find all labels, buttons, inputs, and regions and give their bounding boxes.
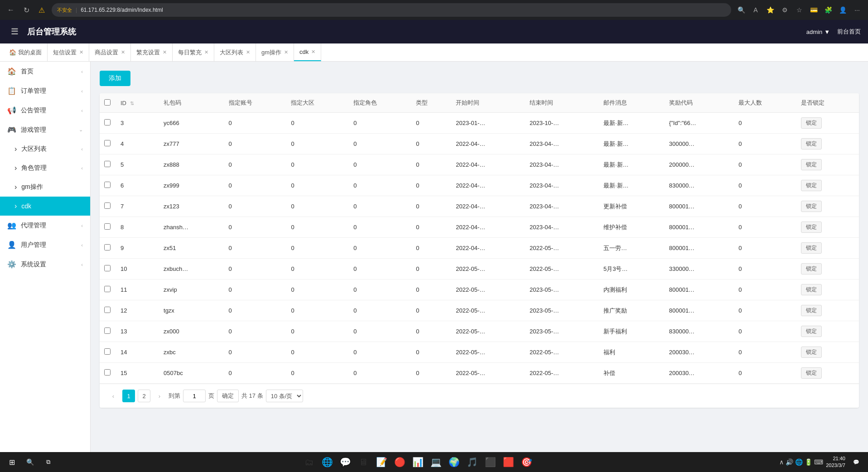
row-checkbox-cell[interactable] [100, 238, 116, 259]
tab-cdk[interactable]: cdk ✕ [294, 43, 321, 61]
select-all-checkbox[interactable] [104, 99, 111, 106]
page-1-button[interactable]: 1 [122, 390, 135, 402]
sidebar-item-games[interactable]: 🎮 游戏管理 ⌄ [0, 120, 90, 140]
add-button[interactable]: 添加 [100, 71, 130, 86]
search-taskbar-button[interactable]: 🔍 [22, 454, 38, 470]
taskbar-app-app10[interactable]: 🎯 [518, 454, 535, 470]
row-checkbox[interactable] [104, 161, 111, 167]
cell-lock[interactable]: 锁定 [796, 113, 859, 134]
address-bar[interactable]: 不安全 | 61.171.65.229:8/admin/Index.html [52, 3, 731, 17]
tab-daily[interactable]: 每日繁充 ✕ [173, 43, 214, 61]
refresh-button[interactable]: ↻ [20, 4, 33, 16]
front-home-button[interactable]: 前台首页 [837, 28, 861, 36]
row-checkbox-cell[interactable] [100, 363, 116, 384]
lock-button[interactable]: 锁定 [801, 284, 822, 295]
tab-region-close[interactable]: ✕ [246, 49, 250, 55]
row-checkbox-cell[interactable] [100, 175, 116, 196]
row-checkbox-cell[interactable] [100, 342, 116, 363]
row-checkbox[interactable] [104, 265, 111, 271]
taskbar-app-edge[interactable]: 🌐 [319, 454, 335, 470]
taskbar-app-app9[interactable]: 🟥 [500, 454, 516, 470]
row-checkbox[interactable] [104, 348, 111, 355]
row-checkbox[interactable] [104, 182, 111, 188]
lock-button[interactable]: 锁定 [801, 180, 822, 191]
cell-lock[interactable]: 锁定 [796, 217, 859, 238]
tab-region[interactable]: 大区列表 ✕ [214, 43, 256, 61]
sidebar-item-settings[interactable]: ⚙️ 系统设置 ‹ [0, 255, 90, 274]
sidebar-item-region-list[interactable]: › 大区列表 ‹ [0, 140, 90, 159]
row-checkbox[interactable] [104, 307, 111, 313]
tab-gm[interactable]: gm操作 ✕ [256, 43, 294, 61]
row-checkbox-cell[interactable] [100, 134, 116, 154]
notification-button[interactable]: 💬 [848, 454, 864, 470]
tab-recharge[interactable]: 繁充设置 ✕ [131, 43, 173, 61]
taskbar-app-app4[interactable]: 📊 [410, 454, 426, 470]
sidebar-item-orders[interactable]: 📋 订单管理 ‹ [0, 81, 90, 101]
sidebar-item-cdk[interactable]: › cdk [0, 197, 90, 216]
tab-product-close[interactable]: ✕ [121, 49, 125, 55]
tab-gm-close[interactable]: ✕ [284, 49, 288, 55]
row-checkbox[interactable] [104, 286, 111, 292]
row-checkbox-cell[interactable] [100, 113, 116, 134]
tray-keyboard[interactable]: ⌨ [814, 458, 823, 466]
settings-browser-button[interactable]: ⚙ [778, 4, 791, 16]
goto-page-input[interactable] [183, 390, 206, 402]
cell-lock[interactable]: 锁定 [796, 175, 859, 196]
row-checkbox[interactable] [104, 202, 111, 209]
lock-button[interactable]: 锁定 [801, 347, 822, 358]
taskbar-app-app2[interactable]: 📝 [373, 454, 390, 470]
taskbar-app-explorer[interactable]: 🗂 [301, 454, 317, 470]
lock-button[interactable]: 锁定 [801, 263, 822, 275]
lock-button[interactable]: 锁定 [801, 138, 822, 149]
collection-button[interactable]: ⭐ [764, 4, 776, 16]
taskbar-app-app3[interactable]: 🔴 [391, 454, 408, 470]
tab-recharge-close[interactable]: ✕ [163, 49, 167, 55]
lock-button[interactable]: 锁定 [801, 117, 822, 129]
cell-lock[interactable]: 锁定 [796, 196, 859, 217]
favorites-button[interactable]: ☆ [793, 4, 805, 16]
lock-button[interactable]: 锁定 [801, 242, 822, 254]
cell-lock[interactable]: 锁定 [796, 134, 859, 154]
tab-daily-close[interactable]: ✕ [204, 49, 208, 55]
taskbar-app-wechat[interactable]: 💬 [337, 454, 353, 470]
back-button[interactable]: ← [5, 4, 17, 16]
select-all-header[interactable] [100, 93, 116, 113]
task-view-button[interactable]: ⧉ [40, 454, 56, 470]
tray-battery[interactable]: 🔋 [805, 458, 812, 466]
tray-chevron[interactable]: ∧ [779, 458, 784, 466]
lock-button[interactable]: 锁定 [801, 367, 822, 379]
row-checkbox[interactable] [104, 369, 111, 376]
security-warning-button[interactable]: ⚠ [35, 4, 48, 16]
row-checkbox-cell[interactable] [100, 300, 116, 321]
cell-lock[interactable]: 锁定 [796, 321, 859, 342]
taskbar-app-app6[interactable]: 🌍 [446, 454, 462, 470]
cell-lock[interactable]: 锁定 [796, 154, 859, 175]
sidebar-item-announcements[interactable]: 📢 公告管理 ‹ [0, 101, 90, 120]
taskbar-app-app1[interactable]: 🖥 [355, 454, 371, 470]
row-checkbox-cell[interactable] [100, 321, 116, 342]
row-checkbox[interactable] [104, 119, 111, 125]
id-sort-icon[interactable]: ⇅ [130, 101, 134, 106]
lock-button[interactable]: 锁定 [801, 201, 822, 212]
sidebar-item-home[interactable]: 🏠 首页 ‹ [0, 62, 90, 81]
tab-sms[interactable]: 短信设置 ✕ [48, 43, 89, 61]
lock-button[interactable]: 锁定 [801, 326, 822, 337]
page-size-select[interactable]: 10 条/页 20 条/页 50 条/页 [266, 390, 303, 402]
cell-lock[interactable]: 锁定 [796, 279, 859, 300]
read-mode-button[interactable]: A [749, 4, 762, 16]
page-2-button[interactable]: 2 [138, 390, 150, 402]
admin-dropdown-button[interactable]: admin ▼ [806, 29, 830, 35]
row-checkbox-cell[interactable] [100, 217, 116, 238]
lock-button[interactable]: 锁定 [801, 305, 822, 316]
tab-sms-close[interactable]: ✕ [79, 49, 83, 55]
row-checkbox[interactable] [104, 244, 111, 250]
row-checkbox[interactable] [104, 140, 111, 146]
extensions-button[interactable]: 🧩 [822, 4, 834, 16]
sidebar-item-gm[interactable]: › gm操作 [0, 178, 90, 197]
tab-desktop[interactable]: 🏠 我的桌面 [4, 43, 48, 61]
cell-lock[interactable]: 锁定 [796, 259, 859, 279]
cell-lock[interactable]: 锁定 [796, 363, 859, 384]
sidebar-item-user[interactable]: 👤 用户管理 ‹ [0, 235, 90, 255]
search-toolbar-button[interactable]: 🔍 [735, 4, 747, 16]
row-checkbox-cell[interactable] [100, 196, 116, 217]
